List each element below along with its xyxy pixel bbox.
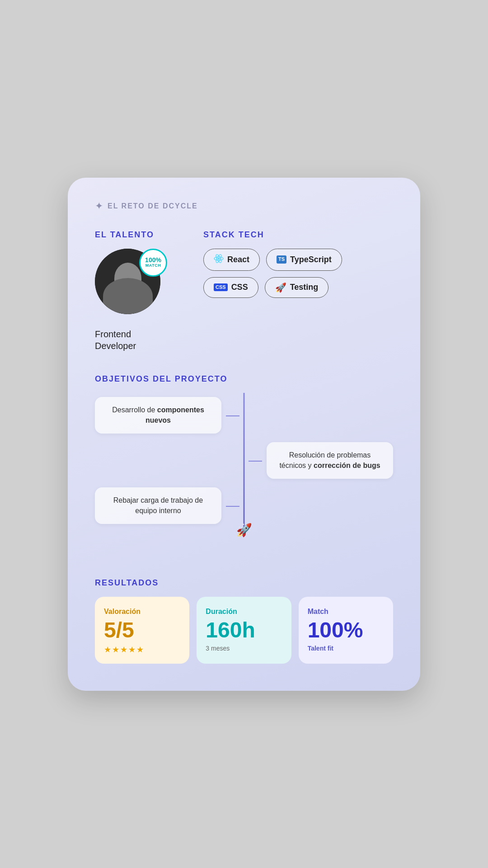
match-label-result: Match xyxy=(308,608,384,616)
match-pct: 100% xyxy=(145,257,161,264)
duracion-label: Duración xyxy=(206,608,282,616)
match-value: 100% xyxy=(308,619,384,641)
match-badge: 100% MATCH xyxy=(139,249,167,277)
timeline-connector-3 xyxy=(226,506,239,507)
header-title: EL RETO DE DCYCLE xyxy=(108,202,198,210)
valoracion-label: Valoración xyxy=(104,608,180,616)
resultados-grid: Valoración 5/5 ★★★★★ Duración 160h 3 mes… xyxy=(95,597,393,664)
tech-tags: React TS TypeScript CSS CSS 🚀 Testing xyxy=(203,249,393,298)
timeline-box-componentes: Desarrollo de componentes nuevos xyxy=(95,397,221,434)
objetivos-section-label: OBJETIVOS DEL PROYECTO xyxy=(95,374,393,384)
timeline-row-bugs: Resolución de problemas técnicos y corre… xyxy=(95,438,393,483)
avatar-wrapper: 100% MATCH xyxy=(95,249,167,321)
resultados-section-label: RESULTADOS xyxy=(95,578,393,588)
css-icon: CSS xyxy=(214,283,228,291)
result-card-match: Match 100% Talent fit xyxy=(299,597,393,664)
tech-tag-react-label: React xyxy=(227,255,249,264)
match-label: MATCH xyxy=(145,264,161,268)
role-title: FrontendDeveloper xyxy=(95,328,136,352)
dcycle-icon: ✦ xyxy=(95,200,103,212)
svg-point-0 xyxy=(218,257,220,259)
valoracion-stars: ★★★★★ xyxy=(104,645,180,655)
tech-tag-typescript: TS TypeScript xyxy=(266,249,342,271)
objetivos-section: OBJETIVOS DEL PROYECTO Desarrollo de com… xyxy=(95,374,393,528)
timeline-items: Desarrollo de componentes nuevos Resoluc… xyxy=(95,393,393,528)
timeline-connector-1 xyxy=(226,415,239,416)
valoracion-value: 5/5 xyxy=(104,619,180,641)
tech-tag-typescript-label: TypeScript xyxy=(290,255,332,264)
timeline-row-componentes: Desarrollo de componentes nuevos xyxy=(95,393,393,438)
timeline-row-carga: Rebajar carga de trabajo de equipo inter… xyxy=(95,483,393,528)
tech-tag-react: React xyxy=(203,249,260,271)
match-sub: Talent fit xyxy=(308,645,384,652)
talent-section: EL TALENTO 100% MATCH FrontendDeveloper xyxy=(95,230,185,352)
duracion-sub: 3 meses xyxy=(206,645,282,652)
result-card-valoracion: Valoración 5/5 ★★★★★ xyxy=(95,597,189,664)
typescript-icon: TS xyxy=(277,255,286,263)
main-card: ✦ EL RETO DE DCYCLE EL TALENTO 100% MATC… xyxy=(68,178,420,691)
tech-tag-css: CSS CSS xyxy=(203,277,258,298)
tech-tag-css-label: CSS xyxy=(231,283,248,292)
tech-tag-testing-label: Testing xyxy=(290,283,319,292)
timeline-box-bugs: Resolución de problemas técnicos y corre… xyxy=(267,442,393,479)
header: ✦ EL RETO DE DCYCLE xyxy=(95,200,393,212)
react-icon xyxy=(214,254,224,266)
timeline-container: Desarrollo de componentes nuevos Resoluc… xyxy=(95,393,393,528)
talent-section-label: EL TALENTO xyxy=(95,230,154,240)
timeline-rocket-icon: 🚀 xyxy=(236,523,252,538)
stack-section-label: STACK TECH xyxy=(203,230,393,240)
rocket-icon: 🚀 xyxy=(275,282,286,293)
timeline-box-carga: Rebajar carga de trabajo de equipo inter… xyxy=(95,487,221,524)
duracion-value: 160h xyxy=(206,619,282,641)
timeline-connector-2 xyxy=(249,461,262,462)
result-card-duracion: Duración 160h 3 meses xyxy=(197,597,291,664)
talent-stack-row: EL TALENTO 100% MATCH FrontendDeveloper … xyxy=(95,230,393,352)
resultados-section: RESULTADOS Valoración 5/5 ★★★★★ Duración… xyxy=(95,578,393,664)
tech-tag-testing: 🚀 Testing xyxy=(265,277,329,298)
stack-section: STACK TECH React xyxy=(203,230,393,352)
